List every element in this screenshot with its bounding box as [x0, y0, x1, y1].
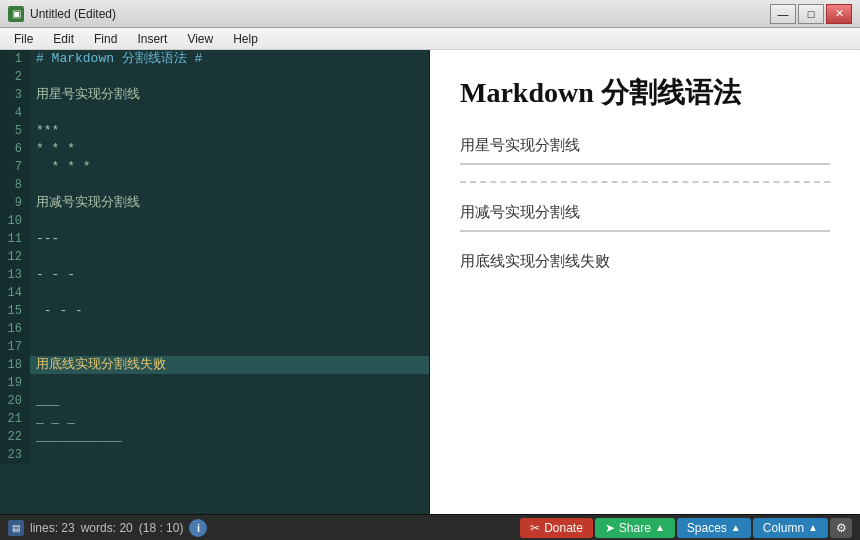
gear-icon: ⚙	[836, 521, 847, 535]
line-content: ***	[30, 122, 59, 140]
line-content: 用减号实现分割线	[30, 194, 140, 212]
info-icon[interactable]: i	[189, 519, 207, 537]
menu-insert[interactable]: Insert	[127, 30, 177, 48]
cursor-position: (18 : 10)	[139, 521, 184, 535]
editor-line-10: 10	[0, 212, 429, 230]
editor-pane[interactable]: 1# Markdown 分割线语法 #23用星号实现分割线45***6* * *…	[0, 50, 430, 514]
line-content: _ _ _	[30, 410, 75, 428]
line-number: 19	[0, 374, 30, 392]
line-number: 9	[0, 194, 30, 212]
file-icon: ▤	[8, 520, 24, 536]
line-number: 11	[0, 230, 30, 248]
preview-hr-1a	[460, 163, 830, 165]
line-content: * * *	[30, 140, 75, 158]
column-button[interactable]: Column ▲	[753, 518, 828, 538]
line-number: 2	[0, 68, 30, 86]
spaces-button[interactable]: Spaces ▲	[677, 518, 751, 538]
editor-line-17: 17	[0, 338, 429, 356]
line-number: 5	[0, 122, 30, 140]
words-count: words: 20	[81, 521, 133, 535]
editor-line-11: 11---	[0, 230, 429, 248]
line-number: 16	[0, 320, 30, 338]
menu-file[interactable]: File	[4, 30, 43, 48]
preview-section-1-label: 用星号实现分割线	[460, 136, 830, 155]
line-number: 10	[0, 212, 30, 230]
share-arrow-icon: ▲	[655, 522, 665, 533]
minimize-button[interactable]: —	[770, 4, 796, 24]
line-number: 22	[0, 428, 30, 446]
editor-line-5: 5***	[0, 122, 429, 140]
editor-line-16: 16	[0, 320, 429, 338]
share-icon: ➤	[605, 521, 615, 535]
line-content: - - -	[30, 266, 75, 284]
spaces-label: Spaces	[687, 521, 727, 535]
lines-count: lines: 23	[30, 521, 75, 535]
editor-line-1: 1# Markdown 分割线语法 #	[0, 50, 429, 68]
statusbar: ▤ lines: 23 words: 20 (18 : 10) i ✂ Dona…	[0, 514, 860, 540]
titlebar: ▣ Untitled (Edited) — □ ✕	[0, 0, 860, 28]
line-number: 4	[0, 104, 30, 122]
menu-edit[interactable]: Edit	[43, 30, 84, 48]
line-number: 17	[0, 338, 30, 356]
line-number: 6	[0, 140, 30, 158]
preview-hr-2	[460, 230, 830, 232]
editor-line-2: 2	[0, 68, 429, 86]
editor-line-23: 23	[0, 446, 429, 464]
line-number: 13	[0, 266, 30, 284]
line-number: 14	[0, 284, 30, 302]
line-number: 1	[0, 50, 30, 68]
line-content: ___	[30, 392, 59, 410]
main-area: 1# Markdown 分割线语法 #23用星号实现分割线45***6* * *…	[0, 50, 860, 514]
preview-section-2: 用减号实现分割线	[460, 203, 830, 232]
editor-line-13: 13- - -	[0, 266, 429, 284]
editor-line-19: 19	[0, 374, 429, 392]
editor-line-20: 20___	[0, 392, 429, 410]
menubar: File Edit Find Insert View Help	[0, 28, 860, 50]
line-number: 21	[0, 410, 30, 428]
line-content: ---	[30, 230, 59, 248]
menu-view[interactable]: View	[177, 30, 223, 48]
donate-button[interactable]: ✂ Donate	[520, 518, 593, 538]
menu-help[interactable]: Help	[223, 30, 268, 48]
menu-find[interactable]: Find	[84, 30, 127, 48]
line-number: 7	[0, 158, 30, 176]
preview-title: Markdown 分割线语法	[460, 74, 830, 112]
share-label: Share	[619, 521, 651, 535]
maximize-button[interactable]: □	[798, 4, 824, 24]
editor-line-15: 15 - - -	[0, 302, 429, 320]
share-button[interactable]: ➤ Share ▲	[595, 518, 675, 538]
settings-button[interactable]: ⚙	[830, 518, 852, 538]
line-number: 20	[0, 392, 30, 410]
donate-label: Donate	[544, 521, 583, 535]
preview-section-3-label: 用底线实现分割线失败	[460, 252, 830, 271]
preview-pane: Markdown 分割线语法 用星号实现分割线 用减号实现分割线 用底线实现分割…	[430, 50, 860, 514]
column-arrow-icon: ▲	[808, 522, 818, 533]
line-number: 3	[0, 86, 30, 104]
donate-icon: ✂	[530, 521, 540, 535]
editor-line-22: 22___________	[0, 428, 429, 446]
close-button[interactable]: ✕	[826, 4, 852, 24]
app-icon: ▣	[8, 6, 24, 22]
editor-line-3: 3用星号实现分割线	[0, 86, 429, 104]
statusbar-buttons: ✂ Donate ➤ Share ▲ Spaces ▲ Column ▲ ⚙	[520, 518, 852, 538]
line-number: 12	[0, 248, 30, 266]
line-number: 18	[0, 356, 30, 374]
editor-line-4: 4	[0, 104, 429, 122]
window-title: Untitled (Edited)	[30, 7, 770, 21]
line-content: 用底线实现分割线失败	[30, 356, 166, 374]
preview-section-3: 用底线实现分割线失败	[460, 252, 830, 271]
line-content: 用星号实现分割线	[30, 86, 140, 104]
line-content: # Markdown 分割线语法 #	[30, 50, 202, 68]
editor-line-14: 14	[0, 284, 429, 302]
line-number: 23	[0, 446, 30, 464]
line-content: * * *	[30, 158, 91, 176]
preview-section-1: 用星号实现分割线	[460, 136, 830, 183]
column-label: Column	[763, 521, 804, 535]
spaces-arrow-icon: ▲	[731, 522, 741, 533]
preview-section-2-label: 用减号实现分割线	[460, 203, 830, 222]
line-content: ___________	[30, 428, 122, 446]
editor-line-12: 12	[0, 248, 429, 266]
line-number: 15	[0, 302, 30, 320]
editor-line-8: 8	[0, 176, 429, 194]
line-content: - - -	[30, 302, 83, 320]
